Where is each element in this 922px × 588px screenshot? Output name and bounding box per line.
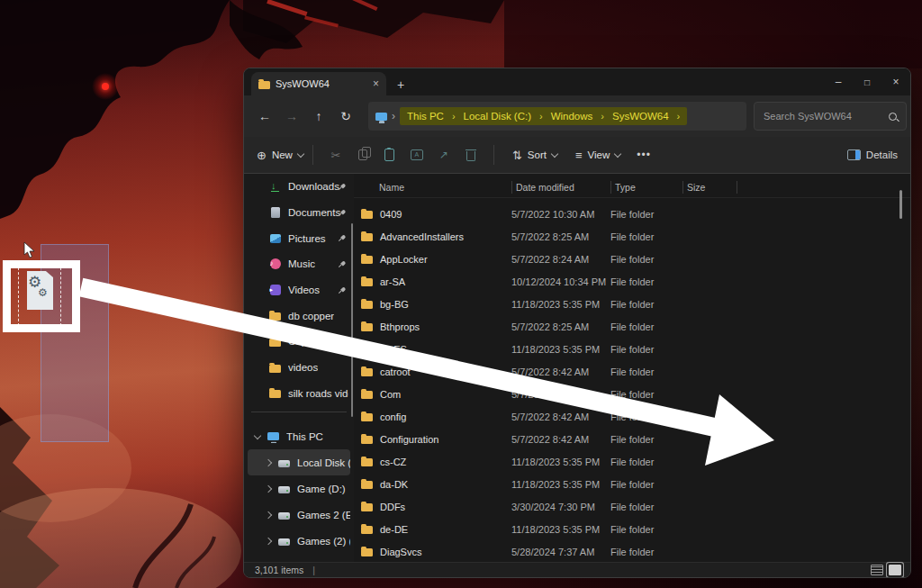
chevron-right-icon[interactable] [265, 511, 272, 518]
new-button[interactable]: ⊕ New [257, 149, 303, 162]
new-tab-button[interactable]: + [397, 78, 404, 91]
table-row[interactable]: 04095/7/2022 10:30 AMFile folder [354, 203, 910, 225]
tree-item-games-2-f-[interactable]: Games (2) (F:) [248, 528, 350, 554]
tree-item-games-2-e-[interactable]: Games 2 (E:) [248, 502, 350, 528]
sidebar-item-music[interactable]: Music [244, 251, 354, 277]
breadcrumb-this-pc[interactable]: This PC [407, 111, 444, 122]
details-pane-button[interactable]: Details [847, 149, 898, 160]
column-header-size[interactable]: Size [687, 182, 737, 193]
paste-button[interactable] [376, 149, 403, 161]
table-row[interactable]: Configuration5/7/2022 8:42 AMFile folder [354, 428, 910, 450]
close-tab-icon[interactable]: × [373, 78, 379, 89]
view-button[interactable]: ≡ View [575, 149, 620, 162]
table-row[interactable]: ca-ES11/18/2023 5:35 PMFile folder [354, 338, 910, 360]
sidebar-item-documents[interactable]: Documents [244, 200, 354, 226]
table-row[interactable]: da-DK11/18/2023 5:35 PMFile folder [354, 473, 910, 495]
chevron-right-icon[interactable] [265, 458, 272, 466]
column-divider[interactable] [610, 181, 611, 194]
tab-bar: SysWOW64 × + – □ × [244, 68, 910, 95]
minimize-button[interactable]: – [824, 68, 853, 95]
sidebar-item-videos[interactable]: videos [244, 355, 354, 381]
navigation-pane: DownloadsDocumentsPicturesMusicVideosdb … [244, 174, 354, 562]
column-divider[interactable] [682, 181, 683, 194]
table-row[interactable]: DiagSvcs5/28/2024 7:37 AMFile folder [354, 540, 910, 562]
sidebar-item-silk-roads-videos[interactable]: silk roads videos [244, 381, 354, 407]
drive-icon [278, 483, 290, 494]
more-options-button[interactable]: ••• [637, 149, 651, 161]
table-row[interactable]: bg-BG11/18/2023 5:35 PMFile folder [354, 293, 910, 315]
column-header-type[interactable]: Type [615, 182, 682, 193]
tab-syswow64[interactable]: SysWOW64 × [251, 72, 386, 95]
clipboard-icon [384, 149, 394, 161]
table-row[interactable]: AppLocker5/7/2022 8:24 AMFile folder [354, 248, 910, 270]
file-name: de-DE [380, 524, 408, 535]
tree-item-label: Games (2) (F:) [297, 536, 350, 547]
rename-button[interactable]: A [403, 149, 430, 160]
this-pc-tree: This PCLocal Disk (C:)Game (D:)Games 2 (… [244, 423, 354, 554]
file-type: File folder [610, 434, 682, 445]
back-button[interactable]: ← [251, 109, 278, 123]
file-type: File folder [610, 276, 682, 287]
refresh-button[interactable]: ↻ [332, 109, 359, 123]
sidebar-divider [251, 412, 347, 412]
tree-item-game-d-[interactable]: Game (D:) [248, 475, 350, 502]
column-divider[interactable] [511, 181, 512, 194]
sidebar-item-label: Downloads [288, 181, 339, 192]
share-button[interactable]: ↗ [430, 149, 457, 161]
sidebar-item-label: db copper [288, 311, 334, 321]
table-row[interactable]: catroot5/7/2022 8:42 AMFile folder [354, 360, 910, 383]
details-label: Details [866, 149, 898, 160]
table-row[interactable]: Com5/7/2022 8:42 AMFile folder [354, 383, 910, 405]
breadcrumb-syswow64[interactable]: SysWOW64 [612, 111, 669, 122]
sidebar-item-db-copper[interactable]: db copper [244, 303, 354, 329]
up-button[interactable]: ↑ [305, 109, 332, 123]
large-icons-view-icon[interactable] [889, 565, 901, 575]
search-box[interactable] [754, 102, 907, 131]
breadcrumb-local-disk[interactable]: Local Disk (C:) [464, 111, 531, 122]
table-row[interactable]: de-DE11/18/2023 5:35 PMFile folder [354, 518, 910, 540]
table-row[interactable]: Bthprops5/7/2022 8:25 AMFile folder [354, 315, 910, 338]
search-input[interactable] [762, 110, 889, 122]
close-button[interactable]: × [881, 68, 910, 95]
file-date-modified: 11/18/2023 5:35 PM [511, 344, 610, 355]
file-type: File folder [610, 366, 682, 377]
sidebar-scrollbar[interactable] [351, 223, 353, 417]
chevron-down-icon [614, 149, 621, 157]
delete-button[interactable] [457, 149, 484, 161]
item-count: 3,101 items [255, 565, 303, 575]
cut-button[interactable]: ✂ [322, 149, 349, 162]
table-row[interactable]: ar-SA10/12/2024 10:34 PMFile folder [354, 270, 910, 293]
window-controls: – □ × [824, 68, 910, 95]
drive-icon [278, 535, 290, 547]
file-list-scrollbar[interactable] [899, 190, 902, 219]
sidebar-item-label: Copied_Untitled [288, 336, 348, 347]
column-divider[interactable] [737, 181, 737, 194]
copy-button[interactable] [349, 149, 376, 160]
table-row[interactable]: AdvancedInstallers5/7/2022 8:25 AMFile f… [354, 225, 910, 248]
table-row[interactable]: DDFs3/30/2024 7:30 PMFile folder [354, 495, 910, 518]
tree-item-label: Game (D:) [297, 484, 346, 494]
maximize-button[interactable]: □ [853, 68, 881, 95]
file-name: Configuration [380, 434, 438, 445]
chevron-right-icon[interactable] [265, 537, 272, 544]
chevron-down-icon[interactable] [254, 431, 261, 439]
sidebar-item-downloads[interactable]: Downloads [244, 174, 354, 200]
tree-item-local-disk-c-[interactable]: Local Disk (C:) [248, 449, 350, 475]
table-row[interactable]: cs-CZ11/18/2023 5:35 PMFile folder [354, 450, 910, 473]
sidebar-item-copied-untitled[interactable]: Copied_Untitled [244, 329, 354, 355]
table-row[interactable]: config5/7/2022 8:42 AMFile folder [354, 405, 910, 428]
sidebar-item-videos[interactable]: Videos [244, 277, 354, 303]
breadcrumb[interactable]: › This PC › Local Disk (C:) › Windows › … [368, 102, 746, 131]
details-view-icon[interactable] [871, 565, 883, 575]
file-date-modified: 3/30/2024 7:30 PM [511, 502, 610, 512]
sidebar-item-pictures[interactable]: Pictures [244, 225, 354, 251]
forward-button[interactable]: → [278, 109, 305, 123]
toolbar-divider [493, 145, 494, 165]
column-header-date[interactable]: Date modified [516, 182, 610, 193]
breadcrumb-windows[interactable]: Windows [551, 111, 593, 122]
sort-button[interactable]: ⇅ Sort [512, 149, 557, 162]
column-header-name[interactable]: Name [354, 182, 511, 193]
command-toolbar: ⊕ New ✂ A ↗ ⇅ Sort ≡ View ••• Details [244, 137, 910, 174]
chevron-right-icon[interactable] [265, 484, 272, 492]
tree-item-this-pc[interactable]: This PC [248, 423, 350, 449]
